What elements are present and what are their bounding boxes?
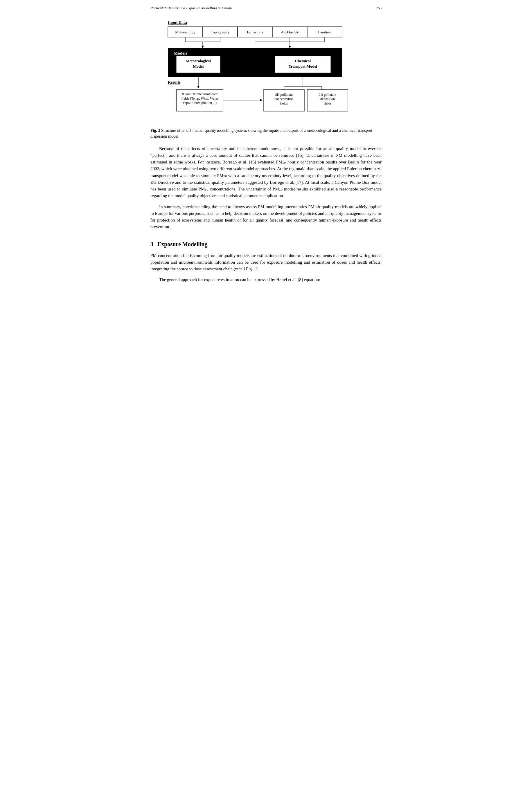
svg-text:concentration: concentration	[274, 97, 293, 101]
section-title: Exposure Modelling	[157, 241, 207, 248]
section-para-1: PM concentration fields coming from air …	[150, 252, 382, 273]
chem-model-label: Chemical	[295, 59, 311, 63]
svg-text:fields (Temp, Wind, Water: fields (Temp, Wind, Water	[182, 96, 218, 100]
svg-marker-9	[202, 46, 204, 48]
svg-text:fields: fields	[324, 101, 331, 105]
input-meteorology: Meteorology	[175, 30, 195, 34]
input-emissions: Emissions	[247, 30, 263, 34]
input-airquality: Air Quality	[281, 30, 299, 34]
diagram-section: Input Data Meteorology Topography Emissi…	[150, 17, 382, 123]
svg-text:vapour, Precipitation,...): vapour, Precipitation,...)	[183, 101, 216, 105]
results-label: Results	[168, 80, 180, 84]
page-header: Particulate Matter and Exposure Modellin…	[150, 6, 382, 11]
section-number: 3	[150, 241, 153, 248]
models-label: Models	[174, 51, 187, 55]
section-para-2: The general approach for exposure estima…	[150, 276, 382, 283]
fig-caption: Fig. 2 Structure of an off-line air qual…	[150, 128, 382, 140]
svg-marker-15	[289, 46, 291, 48]
svg-text:Transport Model: Transport Model	[289, 64, 317, 69]
input-data-label: Input Data	[168, 20, 187, 25]
header-left: Particulate Matter and Exposure Modellin…	[150, 6, 233, 11]
result-met: 3D and 2D meteorological	[181, 92, 218, 96]
met-model-label: Meteorological	[186, 59, 211, 63]
fig-label: Fig. 2	[150, 128, 160, 133]
svg-marker-22	[197, 86, 200, 88]
section-heading: 3 Exposure Modelling	[150, 241, 382, 248]
svg-marker-30	[260, 99, 263, 101]
result-3d: 3D pollutant	[275, 93, 293, 97]
header-right: 263	[376, 6, 382, 11]
svg-text:deposition: deposition	[320, 97, 335, 101]
body-para-1: Because of the effects of uncertainty an…	[150, 146, 382, 199]
body-para-2: In summary, notwithstanding the need to …	[150, 204, 382, 231]
fig-text: Structure of an off-line air quality mod…	[150, 128, 372, 138]
result-2d: 2D pollutant	[319, 93, 337, 97]
input-landuse: Landuse	[318, 30, 331, 34]
input-topography: Topography	[211, 30, 229, 34]
diagram-svg: Input Data Meteorology Topography Emissi…	[150, 17, 377, 122]
svg-text:Model: Model	[193, 64, 204, 69]
svg-text:fields: fields	[280, 101, 288, 105]
